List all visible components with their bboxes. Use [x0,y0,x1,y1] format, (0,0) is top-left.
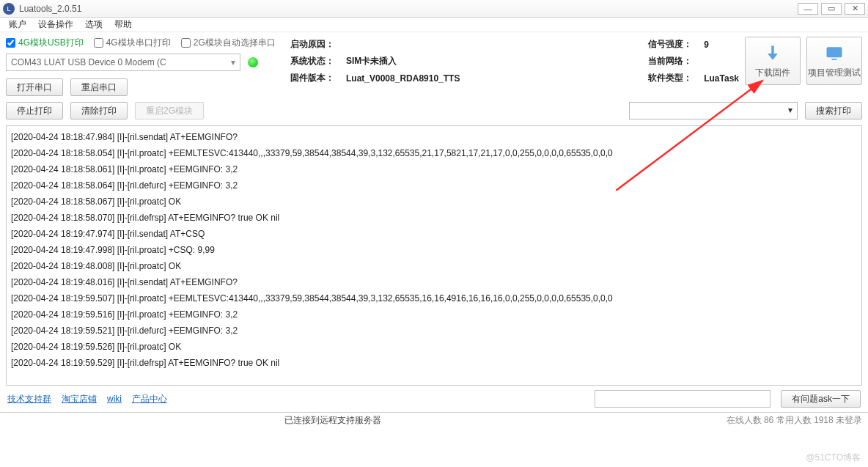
log-line: [2020-04-24 18:18:58.064] [I]-[ril.defur… [11,177,857,194]
ask-input[interactable] [595,390,770,408]
log-line: [2020-04-24 18:19:48.008] [I]-[ril.proat… [11,258,857,274]
check-4g-usb[interactable]: 4G模块USB打印 [6,37,84,49]
log-area[interactable]: [2020-04-24 18:18:47.984] [I]-[ril.senda… [6,125,862,386]
bottom-bar: 技术支持群 淘宝店铺 wiki 产品中心 有问题ask一下 [0,386,868,412]
restart-port-button[interactable]: 重启串口 [70,78,128,96]
menu-help[interactable]: 帮助 [110,18,136,32]
log-line: [2020-04-24 18:18:58.061] [I]-[ril.proat… [11,161,857,177]
maximize-button[interactable]: ▭ [821,3,842,15]
link-product[interactable]: 产品中心 [132,393,167,405]
log-line: [2020-04-24 18:19:59.507] [I]-[ril.proat… [11,290,857,306]
fw-version-label: 固件版本： [290,72,337,84]
log-line: [2020-04-24 18:19:59.526] [I]-[ril.proat… [11,339,857,355]
open-port-button[interactable]: 打开串口 [6,78,63,96]
menu-device[interactable]: 设备操作 [34,18,78,32]
app-icon: L [3,3,15,15]
link-wiki[interactable]: wiki [107,394,122,404]
download-icon [762,43,784,64]
link-taobao[interactable]: 淘宝店铺 [62,393,97,405]
link-tech-support[interactable]: 技术支持群 [7,393,51,405]
log-line: [2020-04-24 18:19:59.521] [I]-[ril.defur… [11,323,857,339]
log-line: [2020-04-24 18:18:58.054] [I]-[ril.proat… [11,145,857,161]
log-line: [2020-04-24 18:19:47.998] [I]-[ril.proat… [11,242,857,258]
sys-state-value: SIM卡未插入 [346,55,397,67]
status-right: 在线人数 86 常用人数 1918 未登录 [727,414,862,427]
sw-type-label: 软件类型： [648,72,695,84]
window-title: Luatools_2.0.51 [19,4,81,14]
sw-type-value: LuaTask [704,73,739,84]
boot-reason-label: 启动原因： [290,38,337,51]
menu-account[interactable]: 账户 [4,18,31,32]
status-center: 已连接到远程支持服务器 [284,414,381,427]
network-label: 当前网络： [648,55,695,67]
menu-options[interactable]: 选项 [81,18,107,32]
ask-button[interactable]: 有问题ask一下 [781,390,861,408]
close-button[interactable]: ✕ [845,3,865,15]
log-line: [2020-04-24 18:19:59.529] [I]-[ril.defrs… [11,355,857,371]
svg-rect-0 [827,47,842,57]
menubar: 账户 设备操作 选项 帮助 [0,18,868,32]
device-combo[interactable]: COM43 LUAT USB Device 0 Modem (C [6,54,240,71]
sys-state-label: 系统状态： [290,55,337,67]
signal-label: 信号强度： [648,38,695,51]
svg-rect-1 [832,59,837,60]
project-manager-button[interactable]: 项目管理测试 [806,37,862,85]
log-line: [2020-04-24 18:18:47.984] [I]-[ril.senda… [11,129,857,145]
status-bar: 已连接到远程支持服务器 在线人数 86 常用人数 1918 未登录 [0,412,868,428]
restart-2g-button: 重启2G模块 [135,102,204,119]
log-line: [2020-04-24 18:19:59.516] [I]-[ril.proat… [11,306,857,323]
check-2g-auto[interactable]: 2G模块自动选择串口 [181,37,276,49]
minimize-button[interactable]: — [798,3,818,15]
titlebar: L Luatools_2.0.51 — ▭ ✕ [0,0,868,18]
log-line: [2020-04-24 18:19:47.974] [I]-[ril.senda… [11,226,857,242]
download-firmware-button[interactable]: 下载固件 [745,37,801,85]
watermark: @51CTO博客 [806,452,861,464]
log-line: [2020-04-24 18:19:48.016] [I]-[ril.senda… [11,274,857,290]
signal-value: 9 [704,40,709,50]
log-line: [2020-04-24 18:18:58.067] [I]-[ril.proat… [11,194,857,210]
monitor-icon [823,43,845,64]
status-led-icon [248,57,258,67]
search-print-button[interactable]: 搜索打印 [805,102,862,119]
stop-print-button[interactable]: 停止打印 [6,102,63,119]
fw-version-value: Luat_V0008_RDA8910_TTS [346,73,460,84]
check-4g-serial[interactable]: 4G模块串口打印 [94,37,171,49]
log-line: [2020-04-24 18:18:58.070] [I]-[ril.defrs… [11,210,857,226]
search-combo[interactable] [629,102,798,119]
clear-print-button[interactable]: 清除打印 [70,102,128,119]
